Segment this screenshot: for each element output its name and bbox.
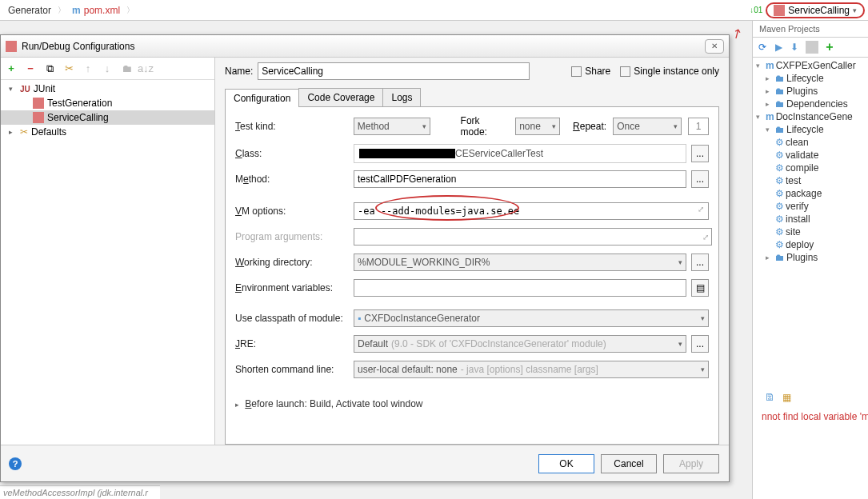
ok-button[interactable]: OK [538,454,594,473]
tree-defaults-group[interactable]: ▸✂Defaults [1,125,214,139]
refresh-icon[interactable]: ⟳ [756,41,769,54]
tab-coverage[interactable]: Code Coverage [298,88,383,106]
app-icon [33,112,44,123]
class-field[interactable]: CEServiceCallerTest [354,144,686,163]
browse-button[interactable]: ... [691,253,709,271]
cancel-button[interactable]: Cancel [601,454,657,473]
shorten-cmd-select[interactable]: user-local default: none- java [options]… [354,361,709,378]
single-instance-checkbox[interactable]: Single instance only [620,66,719,77]
app-icon [774,5,785,16]
folder-icon[interactable]: 🖿 [119,62,134,76]
maven-project-node[interactable]: ▾mDocInstanceGene [753,110,868,123]
program-args-label: Program arguments: [235,231,347,242]
env-vars-field[interactable] [354,279,686,297]
project-label: Generator [8,5,51,16]
fork-mode-label: Fork mode: [461,115,510,138]
config-tabs: Configuration Code Coverage Logs [225,88,719,107]
run-config-label: ServiceCalling [788,5,850,16]
breadcrumb-bar: Generator 〉 m pom.xml 〉 ↓01 ServiceCalli… [0,0,868,21]
browse-button[interactable]: ... [691,170,709,188]
redacted-block [359,149,455,158]
repeat-select[interactable]: Once▾ [613,118,682,135]
maven-goal-compile[interactable]: ⚙compile [753,162,868,174]
name-field[interactable] [258,62,530,80]
repeat-count-field [688,118,709,135]
move-down-icon[interactable]: ↓ [100,62,114,76]
config-toolbar: + − ⧉ ✂ ↑ ↓ 🖿 a↓z [1,58,214,80]
maven-goal-validate[interactable]: ⚙validate [753,149,868,162]
maven-goal-install[interactable]: ⚙install [753,213,868,226]
add-icon[interactable]: + [4,62,18,76]
maven-goal-test[interactable]: ⚙test [753,174,868,187]
maven-goal-verify[interactable]: ⚙verify [753,200,868,213]
maven-deps-node[interactable]: ▸🖿Dependencies [753,98,868,110]
maven-lifecycle-node[interactable]: ▸🖿Lifecycle [753,72,868,85]
close-icon[interactable]: ✕ [705,39,724,54]
download-icon[interactable]: ↓01 [750,6,762,14]
maven-panel: Maven Projects ⟳ ▶ ⬇ + ▾mCXFPExGenCaller… [752,21,868,499]
maven-plugins-node[interactable]: ▸🖿Plugins [753,251,868,264]
test-kind-select[interactable]: Method▾ [354,118,430,135]
maven-goal-deploy[interactable]: ⚙deploy [753,238,868,251]
expand-icon[interactable]: ⤢ [698,205,704,214]
remove-icon[interactable]: − [23,62,38,76]
download-icon[interactable]: ⬇ [788,41,801,54]
jre-select[interactable]: Default(9.0 - SDK of 'CXFDocInstanceGene… [354,335,686,353]
maven-m-icon: m [72,5,81,16]
wrench-icon[interactable]: ✂ [62,62,76,76]
maven-goal-site[interactable]: ⚙site [753,226,868,238]
module-icon: ▪ [358,313,361,324]
jre-label: JRE: [235,338,347,349]
chevron-right-icon: 〉 [126,5,134,16]
browse-button[interactable]: ... [691,335,709,353]
tree-config-testgen[interactable]: TestGeneration [1,96,214,110]
file-icon[interactable]: 🖺 [765,392,778,405]
add-icon[interactable]: + [823,41,836,54]
table-icon[interactable]: ▦ [782,392,795,405]
wrench-icon: ✂ [20,126,28,138]
maven-plugins-node[interactable]: ▸🖿Plugins [753,85,868,98]
app-icon [6,41,17,52]
move-up-icon[interactable]: ↑ [81,62,95,76]
working-dir-field[interactable]: %MODULE_WORKING_DIR%▾ [354,253,686,271]
dialog-title: Run/Debug Configurations [22,41,134,52]
status-bar-text: veMethodAccessorImpl (jdk.internal.r [0,485,160,499]
maven-goal-clean[interactable]: ⚙clean [753,136,868,149]
sort-icon[interactable]: a↓z [138,62,153,76]
maven-lifecycle-node[interactable]: ▾🖿Lifecycle [753,123,868,136]
vm-options-field[interactable] [354,202,709,220]
error-message: nnot find local variable 'modul [762,411,868,422]
method-field[interactable] [354,170,686,188]
breadcrumb-file[interactable]: m pom.xml [67,3,125,18]
run-config-selector[interactable]: ServiceCalling ▾ [766,2,865,18]
classpath-select[interactable]: ▪CXFDocInstanceGenerator▾ [354,309,709,327]
breadcrumb-project[interactable]: Generator [3,3,56,18]
tree-config-servicecalling[interactable]: ServiceCalling [1,110,214,125]
separator [806,41,818,54]
maven-goal-package[interactable]: ⚙package [753,187,868,200]
name-label: Name: [225,66,253,77]
apply-button[interactable]: Apply [663,454,719,473]
dialog-titlebar: Run/Debug Configurations ✕ [1,35,729,58]
chevron-right-icon: 〉 [58,5,66,16]
program-args-field [354,228,712,246]
annotation-arrow-icon: ↗ [728,24,745,42]
expand-icon[interactable]: ⤢ [702,233,709,242]
maven-tree: ▾mCXFPExGenCaller ▸🖿Lifecycle ▸🖿Plugins … [753,58,868,265]
tab-logs[interactable]: Logs [382,88,421,106]
copy-icon[interactable]: ⧉ [42,62,57,76]
tab-configuration[interactable]: Configuration [225,89,299,107]
run-debug-config-dialog: Run/Debug Configurations ✕ + − ⧉ ✂ ↑ ↓ 🖿… [0,34,730,482]
classpath-label: Use classpath of module: [235,313,347,324]
app-icon [33,98,44,109]
help-icon[interactable]: ? [9,457,22,470]
configuration-tab-body: Test kind: Method▾ Fork mode: none▾ Repe… [225,107,719,445]
share-checkbox[interactable]: Share [571,66,610,77]
before-launch-section[interactable]: ▸ Before launch: Build, Activate tool wi… [235,398,709,409]
maven-project-node[interactable]: ▾mCXFPExGenCaller [753,59,868,72]
run-maven-icon[interactable]: ▶ [772,41,785,54]
tree-junit-group[interactable]: ▾JUJUnit [1,82,214,96]
browse-button[interactable]: ▤ [691,279,709,297]
browse-button[interactable]: ... [691,145,709,162]
single-label: Single instance only [634,66,719,77]
